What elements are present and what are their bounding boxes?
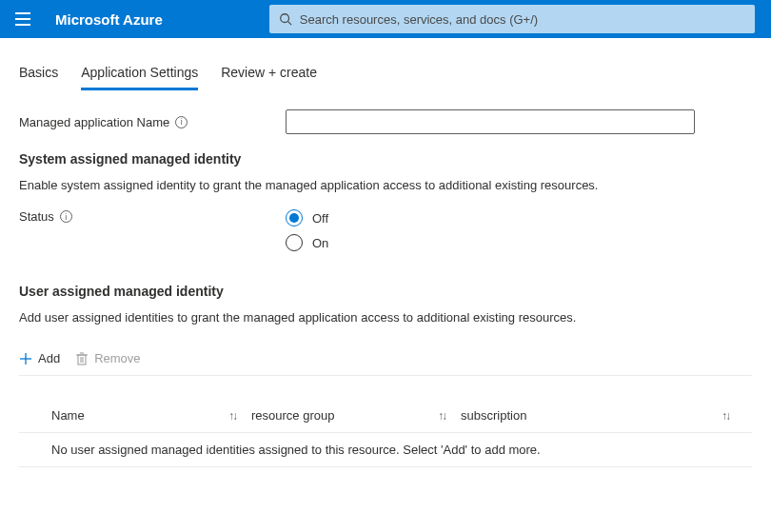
column-resource-group[interactable]: resource group ↑↓	[251, 408, 461, 423]
user-identity-title: User assigned managed identity	[19, 284, 752, 299]
svg-rect-1	[15, 18, 30, 20]
page-content: Basics Application Settings Review + cre…	[0, 38, 771, 486]
empty-state-message: No user assigned managed identities assi…	[19, 433, 752, 467]
identity-toolbar: Add Remove	[19, 342, 752, 376]
radio-label-on: On	[312, 236, 328, 250]
brand-label: Microsoft Azure	[55, 11, 163, 28]
status-label: Status	[19, 209, 54, 224]
system-identity-title: System assigned managed identity	[19, 151, 752, 167]
column-subscription[interactable]: subscription ↑↓	[461, 408, 744, 423]
remove-label: Remove	[94, 351, 140, 365]
table-header: Name ↑↓ resource group ↑↓ subscription ↑…	[19, 403, 752, 433]
svg-line-4	[287, 22, 291, 26]
sort-icon: ↑↓	[438, 409, 445, 423]
sort-icon: ↑↓	[228, 409, 236, 423]
azure-topbar: Microsoft Azure	[0, 0, 771, 38]
radio-label-off: Off	[312, 211, 328, 226]
plus-icon	[19, 352, 32, 365]
managed-app-name-label: Managed application Name	[19, 115, 169, 129]
svg-point-3	[281, 14, 289, 23]
radio-icon	[286, 234, 303, 251]
info-icon[interactable]: i	[60, 210, 72, 223]
status-radio-on[interactable]: On	[286, 234, 328, 251]
search-input[interactable]	[300, 12, 745, 27]
trash-icon	[75, 352, 89, 365]
user-identity-desc: Add user assigned identities to grant th…	[19, 310, 752, 325]
svg-rect-7	[78, 355, 86, 365]
info-icon[interactable]: i	[175, 116, 188, 128]
tab-basics[interactable]: Basics	[19, 61, 58, 90]
global-search[interactable]	[269, 5, 755, 33]
tab-review-create[interactable]: Review + create	[221, 61, 317, 90]
status-row: Status i Off On	[19, 209, 752, 251]
svg-rect-2	[15, 24, 30, 26]
hamburger-icon	[15, 12, 30, 26]
managed-app-name-row: Managed application Name i	[19, 109, 752, 134]
add-label: Add	[38, 351, 60, 365]
add-button[interactable]: Add	[19, 351, 60, 365]
system-identity-desc: Enable system assigned identity to grant…	[19, 178, 752, 192]
radio-icon	[286, 209, 303, 227]
remove-button: Remove	[75, 351, 140, 365]
status-radio-off[interactable]: Off	[286, 209, 328, 227]
managed-app-name-input[interactable]	[286, 109, 695, 134]
identity-table: Name ↑↓ resource group ↑↓ subscription ↑…	[19, 403, 752, 467]
search-icon	[279, 12, 292, 26]
menu-button[interactable]	[8, 4, 38, 34]
column-name[interactable]: Name ↑↓	[51, 408, 251, 423]
tab-bar: Basics Application Settings Review + cre…	[19, 61, 752, 90]
status-radio-group: Off On	[286, 209, 328, 251]
sort-icon: ↑↓	[722, 409, 729, 423]
svg-rect-0	[15, 12, 30, 14]
tab-application-settings[interactable]: Application Settings	[81, 61, 198, 90]
